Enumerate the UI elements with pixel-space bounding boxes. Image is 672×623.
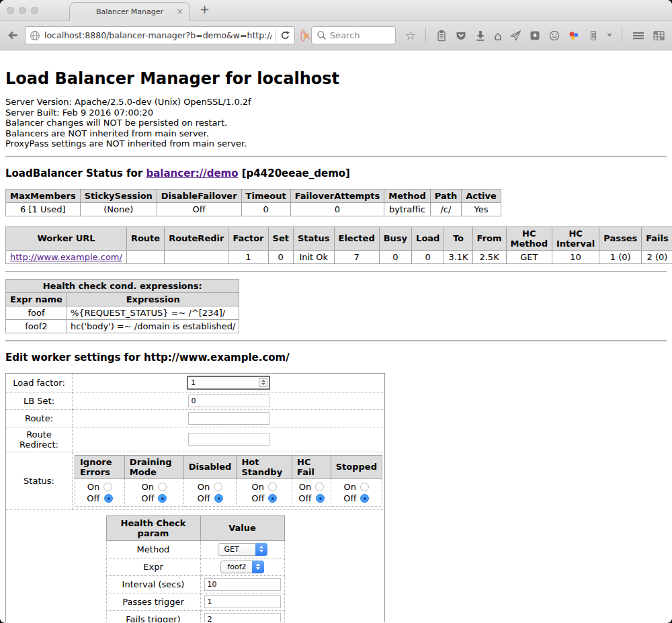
home-icon[interactable]: ⌂ bbox=[494, 30, 502, 42]
search-icon bbox=[317, 30, 327, 40]
load-factor-label: Load factor: bbox=[6, 373, 73, 392]
balancer-status-table: MaxMembers StickySession DisableFailover… bbox=[5, 189, 501, 216]
tab-balancer-manager[interactable]: Balancer Manager × bbox=[69, 2, 190, 21]
status-options-table: Ignore Errors Draining Mode Disabled Hot… bbox=[75, 455, 382, 507]
status-hot-standby-cell: On Off bbox=[237, 479, 292, 506]
toolbar-icons: ☆ ⌂ bbox=[405, 28, 665, 42]
hc-interval-input[interactable] bbox=[204, 578, 281, 591]
edit-worker-heading: Edit worker settings for http://www.exam… bbox=[5, 351, 667, 364]
hot-standby-off-radio[interactable] bbox=[268, 494, 277, 503]
pocket-icon[interactable] bbox=[455, 30, 467, 42]
number-stepper-icon[interactable] bbox=[259, 378, 267, 387]
hc-fail-off-radio[interactable] bbox=[316, 494, 325, 503]
edit-worker-form: Load factor: LB Set: Route: Route Redire… bbox=[5, 373, 385, 623]
lb-set-row: LB Set: bbox=[6, 392, 385, 409]
worker-row: http://www.example.com/ 1 0 Init Ok 7 0 … bbox=[6, 250, 672, 263]
page-title: Load Balancer Manager for localhost bbox=[5, 69, 667, 88]
notice-balancers: Balancers are NOT inherited from main se… bbox=[5, 128, 667, 139]
notice-persist: Balancer changes will NOT be persisted o… bbox=[5, 118, 667, 128]
tab-title: Balancer Manager bbox=[96, 7, 163, 16]
status-draining-mode-cell: On Off bbox=[124, 479, 183, 506]
page-viewport: Load Balancer Manager for localhost Serv… bbox=[0, 50, 672, 622]
table-header-row: MaxMembers StickySession DisableFailover… bbox=[6, 189, 501, 202]
route-label: Route: bbox=[6, 409, 73, 427]
addon-download-icon[interactable] bbox=[529, 30, 541, 42]
ignore-errors-on-radio[interactable] bbox=[103, 483, 112, 491]
menu-hamburger-icon[interactable] bbox=[632, 30, 645, 42]
table-header-row: Worker URL Route RouteRedir Factor Set S… bbox=[6, 226, 672, 250]
stopped-off-radio[interactable] bbox=[360, 494, 369, 503]
stopped-on-radio[interactable] bbox=[360, 483, 369, 491]
window-minimize-button[interactable] bbox=[19, 7, 26, 14]
hot-standby-on-radio[interactable] bbox=[268, 483, 277, 491]
divider bbox=[5, 271, 667, 272]
status-stopped-cell: On Off bbox=[331, 479, 382, 506]
hc-expr-row: Expr foof2 bbox=[106, 558, 284, 575]
chat-smiley-icon[interactable] bbox=[548, 30, 560, 42]
draining-mode-off-radio[interactable] bbox=[158, 494, 167, 503]
balancer-demo-link[interactable]: balancer://demo bbox=[146, 167, 238, 179]
health-check-expressions-table: Health check cond. expressions: Expr nam… bbox=[5, 279, 239, 333]
back-icon[interactable] bbox=[7, 29, 19, 42]
route-input[interactable] bbox=[188, 412, 269, 425]
hc-method-row: Method GET bbox=[106, 540, 284, 558]
table-row: 6 [1 Used] (None) Off 0 0 bytraffic /c/ … bbox=[6, 202, 501, 216]
status-heading: LoadBalancer Status for balancer://demo … bbox=[5, 167, 667, 179]
hc-expr-title: Health check cond. expressions: bbox=[6, 279, 239, 292]
nav-toolbar: localhost:8880/balancer-manager?b=demo&w… bbox=[0, 21, 672, 50]
server-version: Server Version: Apache/2.5.0-dev (Unix) … bbox=[5, 97, 667, 108]
url-bar[interactable]: localhost:8880/balancer-manager?b=demo&w… bbox=[25, 26, 295, 44]
server-info: Server Version: Apache/2.5.0-dev (Unix) … bbox=[5, 97, 667, 149]
url-text[interactable]: localhost:8880/balancer-manager?b=demo&w… bbox=[44, 30, 271, 40]
bookmark-star-icon[interactable]: ☆ bbox=[405, 30, 416, 42]
route-row: Route: bbox=[6, 409, 385, 427]
hc-passes-row: Passes trigger bbox=[106, 593, 284, 610]
disabled-off-radio[interactable] bbox=[214, 494, 223, 503]
lb-set-input[interactable] bbox=[188, 394, 269, 407]
window-close-button[interactable] bbox=[7, 7, 14, 14]
health-check-params-row: Health Check param Value Method GET Expr bbox=[6, 509, 385, 622]
divider bbox=[5, 340, 667, 341]
hc-method-select[interactable]: GET bbox=[218, 543, 267, 556]
table-row: foof2 hc('body') =~ /domain is establish… bbox=[6, 319, 239, 333]
hc-expr-select[interactable]: foof2 bbox=[220, 560, 263, 573]
window-controls bbox=[7, 7, 38, 14]
search-bar[interactable] bbox=[311, 26, 396, 44]
blocked-content-icon[interactable] bbox=[300, 30, 306, 42]
load-factor-input[interactable] bbox=[187, 376, 270, 390]
hc-interval-row: Interval (secs) bbox=[106, 575, 284, 593]
load-factor-row: Load factor: bbox=[6, 373, 385, 392]
hc-fails-input[interactable] bbox=[204, 613, 281, 623]
titlebar: Balancer Manager × + bbox=[0, 0, 672, 21]
clipper-dropdown-caret-icon[interactable] bbox=[607, 34, 612, 37]
server-built: Server Built: Feb 9 2016 07:00:20 bbox=[5, 108, 667, 118]
ignore-errors-off-radio[interactable] bbox=[104, 494, 113, 503]
new-tab-button[interactable]: + bbox=[200, 2, 210, 16]
worker-status-table: Worker URL Route RouteRedir Factor Set S… bbox=[5, 226, 672, 264]
colors-addon-icon[interactable] bbox=[568, 30, 580, 42]
route-redirect-label: Route Redirect: bbox=[6, 427, 73, 452]
route-redirect-input[interactable] bbox=[188, 433, 269, 446]
status-label: Status: bbox=[6, 452, 73, 509]
browser-window: Balancer Manager × + localhost:8880/bala… bbox=[0, 0, 672, 623]
search-input[interactable] bbox=[330, 30, 390, 40]
table-row: foof %{REQUEST_STATUS} =~ /^[234]/ bbox=[6, 306, 239, 319]
tab-close-icon[interactable]: × bbox=[176, 6, 183, 16]
reader-grid-icon[interactable] bbox=[653, 30, 665, 42]
route-redirect-row: Route Redirect: bbox=[6, 427, 385, 452]
hc-fail-on-radio[interactable] bbox=[315, 483, 324, 491]
disabled-on-radio[interactable] bbox=[214, 483, 222, 491]
status-ignore-errors-cell: On Off bbox=[75, 479, 125, 506]
clipper-addon-icon[interactable] bbox=[587, 30, 599, 42]
draining-mode-on-radio[interactable] bbox=[158, 483, 167, 491]
reading-list-icon[interactable] bbox=[435, 30, 448, 42]
hc-passes-input[interactable] bbox=[204, 595, 281, 608]
select-arrows-icon bbox=[255, 543, 267, 556]
reload-icon[interactable] bbox=[280, 30, 290, 40]
downloads-icon[interactable] bbox=[474, 30, 487, 42]
window-zoom-button[interactable] bbox=[31, 7, 38, 14]
health-check-params-table: Health Check param Value Method GET Expr bbox=[106, 515, 285, 623]
worker-url-link[interactable]: http://www.example.com/ bbox=[10, 252, 122, 262]
send-icon[interactable] bbox=[509, 30, 521, 42]
status-hc-fail-cell: On Off bbox=[292, 479, 331, 506]
